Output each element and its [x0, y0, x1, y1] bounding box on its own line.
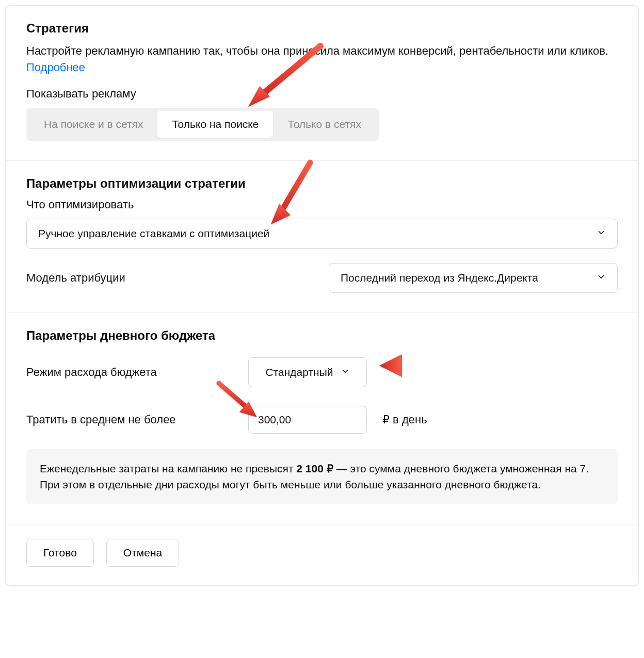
- optimization-section: Параметры оптимизации стратегии Что опти…: [6, 161, 638, 313]
- optimization-title: Параметры оптимизации стратегии: [26, 176, 618, 191]
- done-button[interactable]: Готово: [26, 539, 94, 567]
- info-text-bold: 2 100 ₽: [296, 463, 333, 474]
- seg-search-and-networks[interactable]: На поиске и в сетях: [29, 111, 157, 138]
- spend-row: Тратить в среднем не более ₽ в день: [26, 406, 618, 434]
- budget-title: Параметры дневного бюджета: [26, 328, 618, 343]
- attribution-value: Последний переход из Яндекс.Директа: [341, 272, 538, 284]
- spend-suffix: ₽ в день: [382, 413, 427, 426]
- show-ads-label: Показывать рекламу: [26, 87, 618, 101]
- info-text-before: Еженедельные затраты на кампанию не прев…: [40, 463, 296, 474]
- seg-search-only[interactable]: Только на поиске: [157, 111, 273, 138]
- chevron-down-icon: [597, 272, 606, 284]
- spend-label: Тратить в среднем не более: [26, 413, 233, 426]
- budget-section: Параметры дневного бюджета Режим расхода…: [6, 313, 638, 524]
- budget-mode-select[interactable]: Стандартный: [248, 357, 367, 387]
- chevron-down-icon: [597, 227, 606, 240]
- what-optimize-value: Ручное управление ставками с оптимизацие…: [38, 227, 269, 240]
- strategy-description: Настройте рекламную кампанию так, чтобы …: [26, 43, 618, 76]
- attribution-select[interactable]: Последний переход из Яндекс.Директа: [329, 263, 618, 293]
- strategy-title: Стратегия: [26, 21, 618, 36]
- footer-actions: Готово Отмена: [6, 524, 638, 585]
- show-ads-segmented: На поиске и в сетях Только на поиске Тол…: [26, 108, 379, 141]
- strategy-desc-text: Настройте рекламную кампанию так, чтобы …: [26, 44, 608, 57]
- budget-mode-row: Режим расхода бюджета Стандартный: [26, 357, 618, 387]
- attribution-label: Модель атрибуции: [26, 271, 125, 285]
- cancel-button[interactable]: Отмена: [106, 539, 179, 567]
- learn-more-link[interactable]: Подробнее: [26, 61, 85, 74]
- attribution-row: Модель атрибуции Последний переход из Ян…: [26, 263, 618, 293]
- seg-networks-only[interactable]: Только в сетях: [273, 111, 376, 138]
- chevron-down-icon: [341, 366, 350, 379]
- budget-mode-value: Стандартный: [265, 366, 333, 379]
- what-optimize-select[interactable]: Ручное управление ставками с оптимизацие…: [26, 219, 618, 249]
- daily-budget-input[interactable]: [248, 406, 367, 434]
- budget-mode-label: Режим расхода бюджета: [26, 366, 233, 379]
- budget-info-box: Еженедельные затраты на кампанию не прев…: [26, 449, 618, 504]
- what-optimize-label: Что оптимизировать: [26, 198, 618, 211]
- strategy-section: Стратегия Настройте рекламную кампанию т…: [6, 6, 638, 161]
- settings-card: Стратегия Настройте рекламную кампанию т…: [5, 5, 639, 586]
